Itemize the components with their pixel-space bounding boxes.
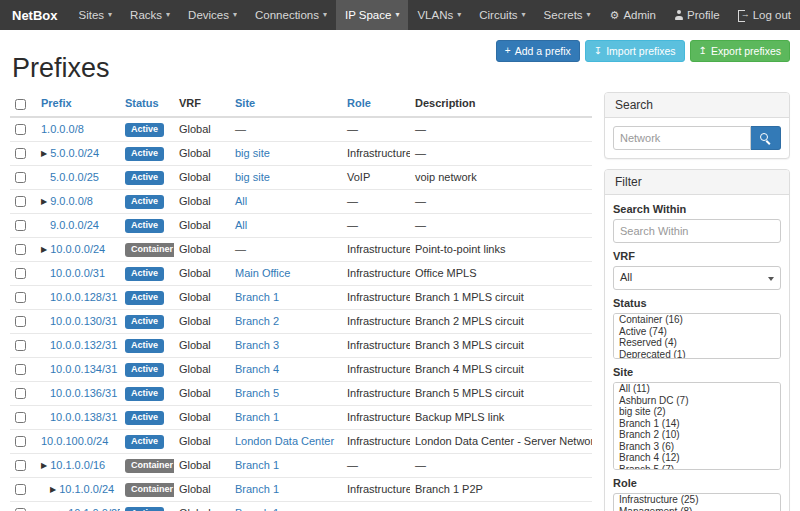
site-link[interactable]: Branch 4	[235, 363, 279, 375]
brand-logo[interactable]: NetBox	[0, 0, 70, 30]
column-header-status[interactable]: Status	[120, 92, 174, 117]
row-checkbox[interactable]	[15, 124, 26, 135]
prefix-link[interactable]: 10.1.0.0/24	[59, 483, 114, 495]
row-checkbox[interactable]	[15, 268, 26, 279]
prefix-link[interactable]: 10.0.0.130/31	[50, 315, 117, 327]
option[interactable]: Deprecated (1)	[614, 349, 780, 360]
site-link[interactable]: Branch 5	[235, 387, 279, 399]
option[interactable]: Reserved (4)	[614, 337, 780, 349]
site-link[interactable]: big site	[235, 171, 270, 183]
navbar-item[interactable]: Racks ▾	[121, 0, 179, 30]
site-link[interactable]: Branch 2	[235, 315, 279, 327]
row-checkbox[interactable]	[15, 412, 26, 423]
prefix-link[interactable]: 9.0.0.0/8	[50, 195, 93, 207]
row-checkbox[interactable]	[15, 292, 26, 303]
row-checkbox[interactable]	[15, 148, 26, 159]
import-prefixes-button[interactable]: ↧Import prefixes	[585, 40, 685, 62]
column-header-prefix[interactable]: Prefix	[36, 92, 120, 117]
prefix-link[interactable]: 10.1.0.0/16	[50, 459, 105, 471]
row-checkbox[interactable]	[15, 196, 26, 207]
prefix-link[interactable]: 10.0.0.0/31	[50, 267, 105, 279]
site-link[interactable]: Branch 1	[235, 411, 279, 423]
site-link[interactable]: Branch 1	[235, 459, 279, 471]
profile-menu-item[interactable]: Profile	[665, 0, 729, 30]
site-link[interactable]: Branch 1	[235, 291, 279, 303]
site-link[interactable]: Branch 1	[235, 507, 279, 511]
add-prefix-button[interactable]: +Add a prefix	[496, 40, 580, 62]
option[interactable]: Branch 4 (12)	[614, 452, 780, 464]
vrf-cell: Global	[174, 213, 230, 237]
site-link[interactable]: big site	[235, 147, 270, 159]
navbar-item[interactable]: Secrets ▾	[535, 0, 600, 30]
role-select[interactable]: Infrastructure (25)Management (8)Private…	[613, 493, 781, 511]
row-checkbox[interactable]	[15, 172, 26, 183]
site-link[interactable]: London Data Center	[235, 435, 334, 447]
prefix-link[interactable]: 5.0.0.0/24	[50, 147, 99, 159]
option[interactable]: Infrastructure (25)	[614, 494, 780, 506]
prefix-table: PrefixStatusVRFSiteRoleDescription ▶1.0.…	[10, 92, 592, 511]
option[interactable]: Active (74)	[614, 326, 780, 338]
logout-menu-item[interactable]: Log out	[729, 0, 800, 30]
option[interactable]: Ashburn DC (7)	[614, 395, 780, 407]
site-select[interactable]: All (11)Ashburn DC (7)big site (2)Branch…	[613, 382, 781, 470]
site-link[interactable]: All	[235, 195, 247, 207]
table-row: ▶10.0.0.138/31 Active Global Branch 1 In…	[10, 405, 592, 429]
prefix-link[interactable]: 10.0.0.132/31	[50, 339, 117, 351]
prefix-link[interactable]: 9.0.0.0/24	[50, 219, 99, 231]
option[interactable]: Branch 1 (14)	[614, 418, 780, 430]
column-header-role[interactable]: Role	[342, 92, 410, 117]
site-link[interactable]: Branch 3	[235, 339, 279, 351]
navbar-item[interactable]: Circuits ▾	[470, 0, 534, 30]
option[interactable]: All (11)	[614, 383, 780, 395]
option[interactable]: Management (8)	[614, 506, 780, 511]
vrf-cell: Global	[174, 309, 230, 333]
row-checkbox[interactable]	[15, 244, 26, 255]
row-checkbox[interactable]	[15, 364, 26, 375]
option[interactable]: Container (16)	[614, 314, 780, 326]
prefix-link[interactable]: 10.0.100.0/24	[41, 435, 108, 447]
search-input[interactable]	[613, 126, 751, 150]
navbar-item[interactable]: VLANs ▾	[408, 0, 470, 30]
search-within-input[interactable]	[613, 219, 781, 243]
row-checkbox[interactable]	[15, 460, 26, 471]
navbar-item[interactable]: Devices ▾	[179, 0, 246, 30]
select-all-checkbox[interactable]	[15, 99, 26, 110]
prefix-link[interactable]: 1.0.0.0/8	[41, 123, 84, 135]
prefix-link[interactable]: 5.0.0.0/25	[50, 171, 99, 183]
navbar-item[interactable]: Sites ▾	[70, 0, 122, 30]
row-checkbox[interactable]	[15, 316, 26, 327]
status-select[interactable]: Container (16)Active (74)Reserved (4)Dep…	[613, 313, 781, 359]
status-badge: Active	[125, 195, 164, 209]
prefix-link[interactable]: 10.0.0.128/31	[50, 291, 117, 303]
page-title: Prefixes	[12, 53, 110, 84]
vrf-select[interactable]: All	[613, 266, 781, 290]
row-checkbox[interactable]	[15, 484, 26, 495]
option[interactable]: Branch 2 (10)	[614, 429, 780, 441]
export-prefixes-button[interactable]: ↥Export prefixes	[690, 40, 790, 62]
navbar-item[interactable]: IP Space ▾	[336, 0, 408, 30]
chevron-down-icon: ▾	[233, 11, 237, 19]
role-cell: —	[342, 501, 410, 511]
row-checkbox[interactable]	[15, 388, 26, 399]
admin-menu-item[interactable]: ⚙ Admin	[601, 0, 665, 30]
prefix-link[interactable]: 10.0.0.136/31	[50, 387, 117, 399]
option[interactable]: big site (2)	[614, 406, 780, 418]
prefix-link[interactable]: 10.0.0.134/31	[50, 363, 117, 375]
site-link[interactable]: All	[235, 219, 247, 231]
prefix-link[interactable]: 10.0.0.138/31	[50, 411, 117, 423]
search-button[interactable]	[751, 126, 781, 150]
option[interactable]: Branch 5 (7)	[614, 464, 780, 471]
navbar-item[interactable]: Connections ▾	[246, 0, 336, 30]
site-link[interactable]: Branch 1	[235, 483, 279, 495]
column-header-site[interactable]: Site	[230, 92, 342, 117]
prefix-link[interactable]: 10.1.0.0/25	[68, 507, 120, 511]
option[interactable]: Branch 3 (6)	[614, 441, 780, 453]
site-link[interactable]: Main Office	[235, 267, 290, 279]
prefix-link[interactable]: 10.0.0.0/24	[50, 243, 105, 255]
row-checkbox[interactable]	[15, 220, 26, 231]
table-row: ▶10.0.0.130/31 Active Global Branch 2 In…	[10, 309, 592, 333]
row-checkbox[interactable]	[15, 436, 26, 447]
vrf-label: VRF	[613, 250, 781, 263]
import-icon: ↧	[594, 46, 602, 56]
row-checkbox[interactable]	[15, 340, 26, 351]
